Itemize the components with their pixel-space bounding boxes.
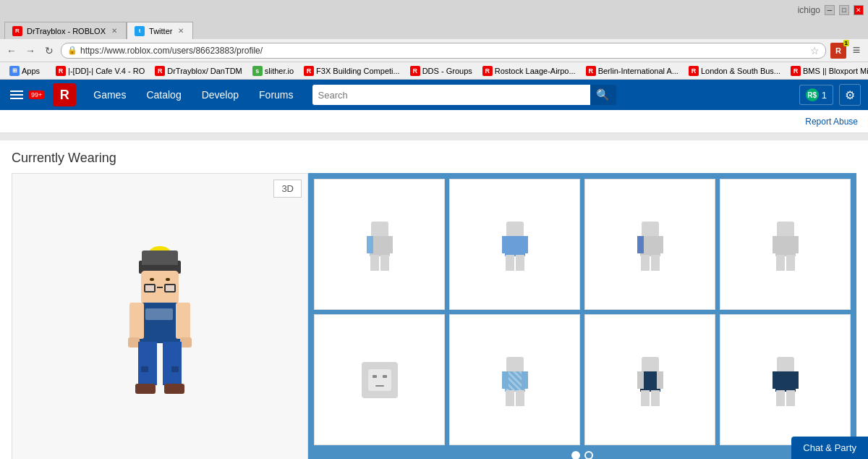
bookmark-2-label: DrTrayblox/ DanTDM bbox=[167, 67, 242, 75]
apps-icon: ⊞ bbox=[9, 66, 20, 76]
cl-leg-r-8 bbox=[786, 390, 795, 406]
cl-arm-l-3 bbox=[637, 236, 644, 253]
wearing-container: 3D bbox=[12, 173, 856, 459]
bookmark-2[interactable]: R DrTrayblox/ DanTDM bbox=[151, 65, 246, 77]
ext-icon: R bbox=[835, 46, 841, 55]
bookmark-5[interactable]: R DDS - Groups bbox=[407, 65, 476, 77]
face-eye-r bbox=[383, 375, 387, 378]
forward-button[interactable]: → bbox=[23, 43, 38, 58]
refresh-button[interactable]: ↻ bbox=[42, 43, 56, 58]
minimize-button[interactable]: ─ bbox=[825, 5, 835, 15]
bookmark-9[interactable]: R BMS || Bloxport Midd... bbox=[787, 65, 868, 77]
nav-links: Games Catalog Develop Forums bbox=[83, 80, 303, 110]
bookmark-4-icon: R bbox=[304, 66, 314, 76]
pagination-dot-2[interactable] bbox=[584, 451, 593, 459]
cl-arm-r-8 bbox=[792, 371, 799, 389]
cl-arm-l-8 bbox=[773, 371, 779, 389]
tab-roblox[interactable]: R DrTrayblox - ROBLOX ✕ bbox=[4, 22, 127, 39]
hamburger-line-3 bbox=[10, 98, 23, 99]
cl-leg-l-1 bbox=[370, 255, 379, 271]
roblox-tab-title: DrTrayblox - ROBLOX bbox=[27, 27, 106, 35]
currently-wearing-title: Currently Wearing bbox=[12, 151, 856, 166]
item-cell-3[interactable] bbox=[584, 179, 715, 310]
browser-chrome: ichigo ─ □ ✕ R DrTrayblox - ROBLOX ✕ t T… bbox=[0, 0, 868, 80]
arm-left bbox=[129, 303, 144, 339]
robux-icon: R$ bbox=[806, 88, 819, 101]
cl-arm-r-4 bbox=[792, 236, 799, 253]
hamburger-line-2 bbox=[10, 94, 23, 96]
search-button[interactable]: 🔍 bbox=[590, 85, 616, 105]
bookmark-1-icon: R bbox=[56, 66, 66, 76]
bookmark-7[interactable]: R Berlin-International A... bbox=[582, 65, 682, 77]
btn-3d[interactable]: 3D bbox=[273, 180, 302, 198]
clothing-5 bbox=[315, 315, 444, 445]
cl-arm-r-2 bbox=[522, 236, 528, 253]
item-cell-7[interactable] bbox=[584, 314, 715, 445]
pagination-dots bbox=[314, 445, 851, 459]
bookmark-6-label: Rostock Laage-Airpo... bbox=[495, 67, 576, 75]
extension-button[interactable]: R 1 bbox=[830, 43, 846, 59]
more-button[interactable]: ≡ bbox=[849, 43, 864, 58]
cl-arm-r-7 bbox=[657, 371, 663, 389]
nav-games[interactable]: Games bbox=[83, 80, 136, 110]
cl-leg-l-7 bbox=[641, 390, 650, 406]
title-bar: ichigo ─ □ ✕ bbox=[0, 0, 868, 20]
robux-symbol: R$ bbox=[807, 91, 817, 99]
search-input[interactable] bbox=[312, 85, 590, 105]
tab-twitter[interactable]: t Twitter ✕ bbox=[127, 22, 193, 39]
report-area: Report Abuse bbox=[0, 110, 868, 133]
pocket-left bbox=[141, 366, 148, 372]
item-cell-1[interactable] bbox=[314, 179, 445, 310]
nav-forums[interactable]: Forums bbox=[249, 80, 303, 110]
item-cell-2[interactable] bbox=[449, 179, 580, 310]
address-input-wrapper[interactable]: 🔒 https://www.roblox.com/users/86623883/… bbox=[61, 43, 826, 59]
face-mouth bbox=[375, 385, 384, 387]
bookmark-star-icon[interactable]: ☆ bbox=[810, 45, 820, 56]
twitter-tab-close[interactable]: ✕ bbox=[176, 27, 185, 35]
address-right: R 1 ≡ bbox=[830, 43, 864, 59]
hat-top bbox=[142, 250, 178, 265]
currently-wearing-section: Currently Wearing 3D bbox=[0, 140, 868, 459]
cl-arm-l-1 bbox=[367, 236, 373, 253]
shoe-left bbox=[135, 384, 156, 394]
bookmark-8-icon: R bbox=[689, 66, 699, 76]
back-button[interactable]: ← bbox=[4, 43, 19, 58]
item-cell-5[interactable] bbox=[314, 314, 445, 445]
item-grid-wrapper bbox=[308, 173, 856, 459]
lock-icon: 🔒 bbox=[67, 46, 77, 55]
arm-right bbox=[176, 303, 190, 339]
item-cell-8[interactable] bbox=[720, 314, 851, 445]
cl-figure-8 bbox=[767, 357, 804, 403]
cl-figure-6 bbox=[497, 357, 533, 403]
roblox-logo[interactable]: R bbox=[53, 83, 76, 106]
nav-catalog[interactable]: Catalog bbox=[136, 80, 191, 110]
menu-hamburger[interactable] bbox=[7, 88, 26, 102]
maximize-button[interactable]: □ bbox=[839, 5, 849, 15]
leg-left bbox=[138, 342, 157, 385]
bookmark-3-icon: s bbox=[252, 66, 263, 76]
chat-party-button[interactable]: Chat & Party bbox=[791, 437, 868, 459]
bookmark-4[interactable]: R F3X Building Competi... bbox=[300, 65, 404, 77]
item-cell-6[interactable] bbox=[449, 314, 580, 445]
close-button[interactable]: ✕ bbox=[854, 5, 864, 15]
clothing-6 bbox=[450, 315, 579, 445]
bookmark-3[interactable]: s slither.io bbox=[249, 65, 297, 77]
cl-figure-3 bbox=[632, 222, 668, 268]
roblox-navbar: 99+ R Games Catalog Develop Forums 🔍 R$ … bbox=[0, 80, 868, 110]
item-cell-4[interactable] bbox=[720, 179, 851, 310]
bookmark-5-label: DDS - Groups bbox=[422, 67, 472, 75]
report-abuse-link[interactable]: Report Abuse bbox=[805, 117, 858, 127]
roblox-tab-close[interactable]: ✕ bbox=[110, 27, 119, 35]
nav-develop[interactable]: Develop bbox=[192, 80, 249, 110]
settings-button[interactable]: ⚙ bbox=[839, 84, 861, 106]
bookmark-8[interactable]: R London & South Bus... bbox=[685, 65, 784, 77]
main-content: Report Abuse Currently Wearing 3D bbox=[0, 110, 868, 459]
bookmark-1[interactable]: R |-[DD]-| Cafe V.4 - RO bbox=[52, 65, 148, 77]
char-torso bbox=[138, 303, 182, 343]
bookmark-1-label: |-[DD]-| Cafe V.4 - RO bbox=[68, 67, 145, 75]
pagination-dot-1[interactable] bbox=[571, 451, 580, 459]
apps-bookmark[interactable]: ⊞ Apps bbox=[6, 65, 43, 77]
bookmark-6[interactable]: R Rostock Laage-Airpo... bbox=[479, 65, 579, 77]
robux-button[interactable]: R$ 1 bbox=[799, 85, 833, 105]
bookmark-8-label: London & South Bus... bbox=[701, 67, 780, 75]
